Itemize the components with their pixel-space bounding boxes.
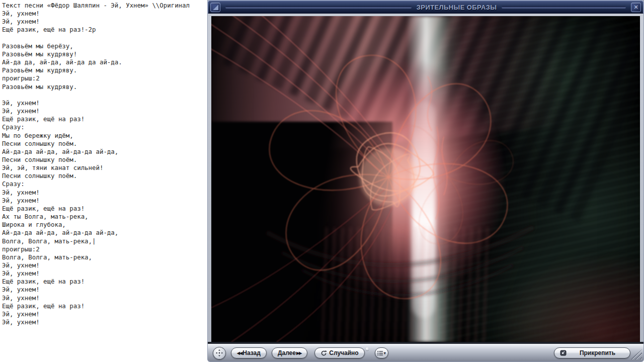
visualization-window: ЗРИТЕЛЬНЫЕ ОБРАЗЫ ✕ — [207, 0, 644, 362]
attach-button-label: Прикрепить — [571, 349, 624, 356]
next-arrows-icon: ▶▶ — [296, 351, 301, 355]
titlebar-groove-right — [502, 6, 626, 8]
back-button[interactable]: ◀◀ Назад — [231, 347, 267, 358]
visualization-canvas[interactable] — [211, 16, 640, 342]
back-button-label: Назад — [243, 349, 261, 356]
titlebar: ЗРИТЕЛЬНЫЕ ОБРАЗЫ ✕ — [208, 1, 643, 14]
attach-button[interactable]: Прикрепить — [554, 347, 630, 358]
circular-arrow-icon — [320, 350, 327, 356]
next-button[interactable]: Далее ▶▶ — [272, 347, 307, 358]
titlebar-groove-left — [225, 6, 412, 8]
toolbar-highlight-dot — [366, 347, 369, 350]
wmp-logo-icon[interactable] — [210, 3, 220, 12]
random-button-label: Случайно — [329, 349, 358, 356]
list-menu-icon — [377, 350, 383, 356]
playback-toolbar: ◀◀ Назад Далее ▶▶ Случайно ▾ — [208, 344, 643, 361]
wmp-logo-glyph — [213, 5, 218, 10]
dock-window-icon — [560, 350, 567, 356]
visualization-menu-button[interactable]: ▾ — [375, 347, 388, 358]
lyrics-panel[interactable]: Текст песни «Фёдор Шаляпин - Эй, Ухнем» … — [0, 0, 207, 362]
next-button-label: Далее — [278, 349, 296, 356]
random-button[interactable]: Случайно — [314, 347, 364, 358]
close-button[interactable]: ✕ — [631, 3, 641, 12]
window-title: ЗРИТЕЛЬНЫЕ ОБРАЗЫ — [417, 4, 497, 11]
close-icon: ✕ — [633, 5, 638, 10]
chevron-down-icon: ▾ — [384, 351, 386, 355]
four-way-arrows-icon — [216, 349, 223, 356]
back-arrows-icon: ◀◀ — [237, 351, 242, 355]
resize-grip[interactable] — [630, 349, 642, 359]
pan-button[interactable] — [213, 347, 226, 359]
viz-lace-pattern — [211, 16, 640, 342]
lyrics-text[interactable]: Текст песни «Фёдор Шаляпин - Эй, Ухнем» … — [0, 0, 207, 326]
